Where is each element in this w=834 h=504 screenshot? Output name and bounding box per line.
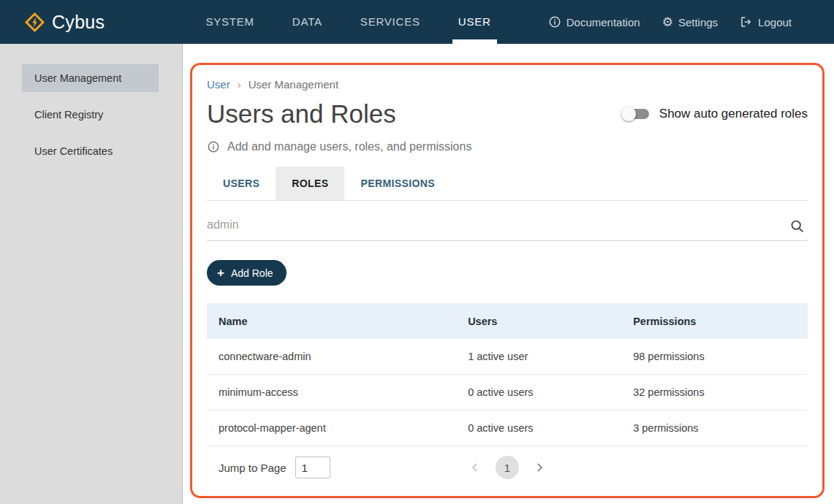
- brand-name: Cybus: [52, 12, 105, 33]
- cell-role-users: 1 active user: [456, 351, 621, 362]
- tab-roles[interactable]: ROLES: [276, 167, 344, 200]
- pagination: 1: [468, 456, 547, 479]
- cell-role-name: minimum-access: [207, 386, 456, 398]
- documentation-link[interactable]: Documentation: [548, 15, 640, 28]
- cell-role-permissions: 3 permissions: [621, 422, 808, 434]
- breadcrumb-current: User Management: [249, 78, 338, 91]
- highlighted-content-region: User › User Management Users and Roles S…: [190, 63, 824, 498]
- toggle-knob: [621, 107, 636, 121]
- cybus-logo-icon: [25, 12, 45, 32]
- toggle-label: Show auto generated roles: [659, 107, 808, 121]
- info-circle-icon: [548, 15, 561, 28]
- table-row[interactable]: connectware-admin 1 active user 98 permi…: [207, 339, 808, 375]
- search-icon[interactable]: [789, 218, 805, 237]
- sidebar-item-user-certificates[interactable]: User Certificates: [22, 137, 159, 165]
- breadcrumb-user-link[interactable]: User: [207, 78, 230, 91]
- roles-table: Name Users Permissions connectware-admin…: [207, 303, 808, 489]
- cell-role-name: protocol-mapper-agent: [207, 422, 456, 434]
- page-subtitle: Add and manage users, roles, and permiss…: [227, 140, 471, 153]
- breadcrumb: User › User Management: [207, 78, 808, 91]
- cell-role-users: 0 active users: [456, 422, 621, 434]
- tab-users[interactable]: USERS: [207, 167, 276, 200]
- page-number-button[interactable]: 1: [496, 456, 519, 479]
- nav-item-user[interactable]: USER: [458, 0, 491, 44]
- settings-button[interactable]: ⚙ Settings: [662, 16, 718, 28]
- logout-icon: [740, 15, 753, 28]
- top-navbar: Cybus SYSTEM DATA SERVICES USER Document…: [0, 0, 834, 44]
- cell-role-permissions: 32 permissions: [621, 386, 808, 398]
- table-row[interactable]: minimum-access 0 active users 32 permiss…: [207, 375, 808, 411]
- logout-button[interactable]: Logout: [740, 15, 792, 28]
- documentation-label: Documentation: [566, 16, 640, 28]
- jump-to-page-input[interactable]: [295, 457, 330, 478]
- column-header-permissions: Permissions: [621, 316, 808, 327]
- nav-item-services[interactable]: SERVICES: [360, 0, 420, 44]
- nav-item-system[interactable]: SYSTEM: [205, 0, 254, 44]
- subtitle-info-icon: [207, 140, 220, 153]
- tab-bar: USERS ROLES PERMISSIONS: [207, 167, 808, 201]
- cell-role-name: connectware-admin: [207, 351, 456, 362]
- table-header-row: Name Users Permissions: [207, 303, 808, 339]
- logout-label: Logout: [758, 16, 792, 28]
- plus-icon: +: [217, 267, 224, 279]
- column-header-users: Users: [456, 316, 621, 327]
- cell-role-users: 0 active users: [456, 386, 621, 398]
- cell-role-permissions: 98 permissions: [621, 351, 808, 362]
- auto-roles-toggle-group: Show auto generated roles: [623, 107, 808, 121]
- nav-item-data[interactable]: DATA: [292, 0, 322, 44]
- page-title: Users and Roles: [207, 99, 396, 129]
- breadcrumb-separator-icon: ›: [238, 78, 241, 91]
- sidebar: User Management Client Registry User Cer…: [0, 44, 183, 504]
- jump-to-page-label: Jump to Page: [219, 462, 287, 474]
- brand[interactable]: Cybus: [25, 12, 105, 33]
- next-page-button[interactable]: [532, 460, 547, 475]
- main-nav: SYSTEM DATA SERVICES USER: [205, 0, 490, 44]
- sidebar-item-user-management[interactable]: User Management: [22, 64, 159, 92]
- tab-permissions[interactable]: PERMISSIONS: [344, 167, 451, 200]
- column-header-name: Name: [207, 316, 456, 327]
- search-input[interactable]: [207, 211, 808, 241]
- add-role-label: Add Role: [231, 267, 273, 279]
- table-row[interactable]: protocol-mapper-agent 0 active users 3 p…: [207, 411, 808, 446]
- auto-roles-toggle[interactable]: [623, 109, 649, 119]
- main-content: User › User Management Users and Roles S…: [183, 44, 834, 504]
- settings-label: Settings: [678, 16, 718, 28]
- previous-page-button[interactable]: [468, 460, 482, 475]
- sidebar-item-client-registry[interactable]: Client Registry: [22, 101, 159, 129]
- table-footer: Jump to Page 1: [207, 446, 808, 489]
- navbar-actions: Documentation ⚙ Settings Logout: [548, 15, 792, 28]
- gear-icon: ⚙: [662, 16, 673, 28]
- add-role-button[interactable]: + Add Role: [207, 260, 287, 286]
